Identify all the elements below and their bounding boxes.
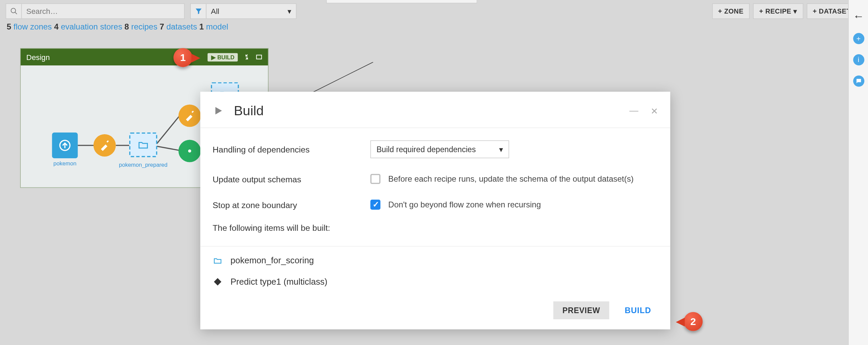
filter-box[interactable]: All ▾ — [190, 3, 297, 19]
build-item: Predict type1 (multiclass) — [200, 271, 670, 292]
window-icon[interactable] — [256, 54, 262, 60]
label-update-schemas: Update output schemas — [213, 174, 370, 184]
zone-header: Design ▶ BUILD — [21, 49, 268, 66]
zone-title: Design — [26, 53, 50, 61]
label-dependencies: Handling of dependencies — [213, 145, 370, 154]
add-zone-button[interactable]: + ZONE — [712, 3, 750, 19]
link-models[interactable]: model — [206, 22, 228, 31]
partial-offscreen-panel — [326, 0, 477, 3]
search-input[interactable] — [22, 7, 184, 16]
node-recipe-broom[interactable] — [178, 105, 201, 127]
filter-icon[interactable] — [191, 4, 206, 19]
node-label: pokemon — [53, 161, 76, 167]
collapse-icon[interactable] — [243, 54, 250, 60]
play-icon — [213, 105, 224, 116]
row-update-schemas: Update output schemas Before each recipe… — [213, 166, 658, 192]
svg-line-1 — [15, 12, 17, 14]
add-recipe-button[interactable]: + RECIPE▾ — [753, 3, 803, 19]
row-stop-boundary: Stop at zone boundary Don't go beyond fl… — [213, 192, 658, 218]
items-heading: The following items will be built: — [213, 218, 658, 241]
filter-value: All — [211, 7, 219, 16]
node-recipe-train[interactable] — [178, 140, 201, 162]
minimize-icon[interactable]: — — [629, 105, 638, 116]
link-datasets[interactable]: datasets — [166, 22, 197, 31]
chat-icon[interactable] — [853, 76, 864, 87]
right-sidebar: ← ＋ i — [848, 0, 868, 345]
preview-button[interactable]: PREVIEW — [553, 301, 609, 319]
modal-title: Build — [234, 103, 264, 119]
row-dependencies: Handling of dependencies Build required … — [213, 133, 658, 166]
callout-2: 2 — [684, 312, 703, 331]
svg-point-0 — [11, 8, 15, 13]
link-flow-zones[interactable]: flow zones — [14, 22, 52, 31]
node-upload-dataset[interactable]: pokemon — [52, 133, 78, 158]
node-label: pokemon_prepared — [119, 162, 167, 168]
diamond-icon — [213, 277, 223, 286]
checkbox-update-schemas-text: Before each recipe runs, update the sche… — [388, 175, 634, 183]
search-icon — [6, 4, 22, 19]
chevron-down-icon: ▾ — [793, 7, 797, 15]
build-modal: Build — ✕ Handling of dependencies Build… — [200, 92, 670, 329]
add-circle-icon[interactable]: ＋ — [853, 33, 864, 44]
svg-line-4 — [155, 116, 180, 146]
build-item: pokemon_for_scoring — [200, 250, 670, 271]
link-eval-stores[interactable]: evaluation stores — [61, 22, 122, 31]
label-stop-boundary: Stop at zone boundary — [213, 200, 370, 209]
callout-1: 1 — [174, 48, 193, 67]
checkbox-stop-boundary[interactable] — [370, 200, 380, 210]
build-item-name: pokemon_for_scoring — [231, 256, 314, 266]
modal-header: Build — ✕ — [200, 92, 670, 128]
chevron-down-icon: ▾ — [499, 145, 503, 154]
back-icon[interactable]: ← — [853, 10, 864, 23]
checkbox-stop-boundary-text: Don't go beyond flow zone when recursing — [388, 200, 541, 209]
node-prepared-dataset[interactable]: pokemon_prepared — [129, 133, 157, 157]
filter-select[interactable]: All ▾ — [206, 7, 296, 16]
modal-footer: PREVIEW BUILD — [200, 292, 670, 329]
search-box[interactable] — [6, 3, 185, 19]
node-prepare-recipe[interactable] — [94, 134, 116, 157]
info-icon[interactable]: i — [853, 54, 864, 65]
close-icon[interactable]: ✕ — [651, 105, 658, 116]
select-dependencies[interactable]: Build required dependencies ▾ — [370, 140, 509, 158]
checkbox-update-schemas[interactable] — [370, 174, 380, 184]
build-button[interactable]: BUILD — [618, 301, 658, 319]
summary-stats: 5 flow zones 4 evaluation stores 8 recip… — [0, 22, 868, 36]
svg-rect-2 — [257, 55, 262, 59]
build-item-name: Predict type1 (multiclass) — [231, 277, 328, 287]
build-items-list: pokemon_for_scoring Predict type1 (multi… — [200, 246, 670, 292]
zone-build-button[interactable]: ▶ BUILD — [208, 53, 238, 61]
chevron-down-icon: ▾ — [288, 7, 292, 16]
folder-icon — [213, 256, 223, 265]
link-recipes[interactable]: recipes — [131, 22, 157, 31]
svg-line-5 — [155, 146, 180, 150]
